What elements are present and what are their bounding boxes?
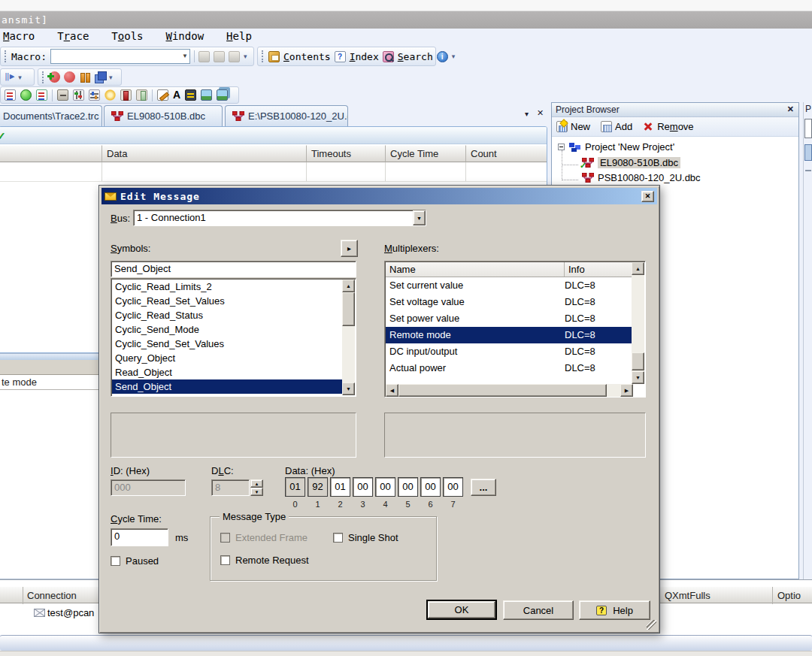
symbols-list-item[interactable]: Cyclic_Send_Mode <box>112 322 342 337</box>
toolbar-grip[interactable] <box>262 50 265 62</box>
symbols-list-item-selected[interactable]: Send_Object <box>112 379 342 394</box>
mux-row[interactable]: Actual powerDLC=8 <box>386 360 633 376</box>
symbols-list-item[interactable]: Cyclic_Read_Limits_2 <box>112 280 342 294</box>
green-gauge-icon[interactable] <box>136 89 147 101</box>
mux-vertical-scrollbar[interactable]: ▲ ▼ <box>632 262 644 384</box>
stop-macro-icon[interactable] <box>229 51 240 62</box>
mux-column-info[interactable]: Info <box>565 262 633 277</box>
scrollbar-thumb[interactable] <box>342 292 355 326</box>
edit-note-icon[interactable] <box>157 89 168 101</box>
mux-column-name[interactable]: Name <box>386 262 565 277</box>
symbols-expand-button[interactable]: ▸ <box>341 240 358 257</box>
dlc-spinner[interactable]: ▲ ▼ <box>250 479 263 496</box>
menu-tools[interactable]: Tools <box>111 30 143 45</box>
symbols-list-item[interactable]: Cyclic_Read_Status <box>112 308 342 322</box>
data-byte-7[interactable]: 00 <box>443 477 463 497</box>
paused-checkbox[interactable]: Paused <box>111 555 159 567</box>
column-header-options[interactable]: Optio <box>777 590 801 601</box>
data-byte-4[interactable]: 00 <box>375 477 395 497</box>
button-panel-icon[interactable] <box>57 89 68 101</box>
checkbox-box[interactable] <box>111 556 120 566</box>
search-button[interactable]: Search <box>398 51 433 62</box>
data-byte-6[interactable]: 00 <box>420 477 441 497</box>
symbols-list-item[interactable]: Cyclic_Read_Set_Values <box>112 294 342 308</box>
scroll-left-icon[interactable]: ◀ <box>386 384 398 397</box>
ok-button[interactable]: OK <box>428 601 495 618</box>
record-icon[interactable] <box>64 71 75 83</box>
single-shot-checkbox[interactable]: Single Shot <box>333 532 398 543</box>
symbols-list-item[interactable]: Read_Object <box>112 365 342 379</box>
combo-dropdown-icon[interactable]: ▼ <box>413 210 426 225</box>
plotter-icon[interactable] <box>36 89 47 101</box>
side-panel-field[interactable] <box>804 119 812 138</box>
symbols-filter-input[interactable]: Send_Object <box>111 261 356 277</box>
scroll-right-icon[interactable]: ▶ <box>620 384 633 397</box>
macro-combobox[interactable]: ▼ <box>50 49 190 64</box>
tree-node-el9080[interactable]: ✓ EL9080-510B.dbc <box>582 157 680 168</box>
scroll-down-icon[interactable]: ▼ <box>632 371 644 384</box>
tab-trace2[interactable]: Documents\Trace2.trc <box>0 105 102 126</box>
data-byte-1[interactable]: 92 <box>308 477 328 497</box>
data-byte-0[interactable]: 01 <box>285 477 305 497</box>
step-macro-icon[interactable] <box>214 51 225 62</box>
cancel-button[interactable]: Cancel <box>503 600 574 620</box>
vertical-sliders-icon[interactable] <box>73 89 84 101</box>
tab-el9080[interactable]: EL9080-510B.dbc <box>104 105 223 126</box>
index-button[interactable]: Index <box>350 51 379 62</box>
scrollbar-thumb[interactable] <box>398 384 607 397</box>
copy-layers-icon[interactable] <box>94 71 105 83</box>
id-input[interactable]: 000 <box>111 479 186 496</box>
toolbar-grip[interactable] <box>5 50 8 62</box>
column-header-count[interactable]: Count <box>466 145 547 162</box>
contents-button[interactable]: Contents <box>283 51 331 62</box>
column-header-connection[interactable]: Connection <box>27 590 77 601</box>
tab-close-icon[interactable]: ✕ <box>537 108 544 118</box>
trace-window-icon[interactable] <box>5 89 16 101</box>
symbols-list-item[interactable]: Cyclic_Send_Set_Values <box>112 337 342 351</box>
checkbox-box[interactable] <box>333 533 343 543</box>
mux-row[interactable]: Set power valueDLC=8 <box>386 310 633 327</box>
toolbar-overflow-icon[interactable]: ▾ <box>244 53 247 60</box>
scrollbar-thumb[interactable] <box>632 352 644 370</box>
column-header-timeouts[interactable]: Timeouts <box>307 145 386 162</box>
scroll-down-icon[interactable]: ▼ <box>342 382 355 395</box>
menu-trace[interactable]: Trace <box>57 30 89 45</box>
data-byte-2[interactable]: 01 <box>330 477 350 497</box>
add-record-icon[interactable] <box>49 71 60 83</box>
spin-down-icon[interactable]: ▼ <box>250 488 263 496</box>
image-icon[interactable] <box>201 89 212 101</box>
tab-psb10080[interactable]: E:\PSB10080-120_2U.dbc <box>225 105 348 126</box>
pause-icon[interactable] <box>79 71 90 83</box>
help-button[interactable]: ? Help <box>579 600 650 620</box>
spin-up-icon[interactable]: ▲ <box>250 479 263 488</box>
column-header-data[interactable]: Data <box>102 145 307 162</box>
column-header-message[interactable] <box>0 145 102 162</box>
mux-row[interactable]: Set current valueDLC=8 <box>386 277 633 294</box>
info-icon[interactable]: i <box>437 51 448 62</box>
menu-help[interactable]: Help <box>226 30 252 45</box>
horizontal-sliders-icon[interactable] <box>89 89 100 101</box>
scroll-up-icon[interactable]: ▲ <box>632 262 644 275</box>
tree-node-psb10080[interactable]: PSB10080-120_2U.dbc <box>582 172 701 183</box>
scroll-up-icon[interactable]: ▲ <box>342 280 355 292</box>
menu-window[interactable]: Window <box>166 30 205 45</box>
remote-request-checkbox[interactable]: Remote Request <box>220 555 309 566</box>
data-byte-5[interactable]: 00 <box>398 477 418 497</box>
remove-file-button[interactable]: Remove <box>643 121 693 132</box>
data-more-button[interactable]: ... <box>471 479 496 496</box>
toolbar-overflow-icon[interactable]: ▾ <box>18 74 22 81</box>
mux-row[interactable]: DC input/outputDLC=8 <box>386 343 633 360</box>
collapse-icon[interactable] <box>558 144 565 150</box>
column-header-cycletime[interactable]: Cycle Time <box>386 145 466 162</box>
mux-horizontal-scrollbar[interactable]: ◀ ▶ <box>386 384 633 397</box>
bus-combobox[interactable]: 1 - Connection1 ▼ <box>133 210 426 226</box>
red-gauge-icon[interactable] <box>120 89 132 101</box>
toolbar-grip[interactable] <box>42 71 45 83</box>
tree-node-project[interactable]: Project 'New Project' <box>558 141 674 153</box>
toolbar-overflow-icon[interactable]: ▾ <box>109 74 113 81</box>
dialog-titlebar[interactable]: Edit Message ✕ <box>102 188 657 204</box>
bus-status-icon[interactable] <box>20 89 32 101</box>
column-header-qxmtfulls[interactable]: QXmtFulls <box>665 590 710 601</box>
dlc-input[interactable]: 8 <box>211 479 250 496</box>
indicator-lamp-icon[interactable] <box>105 89 116 101</box>
